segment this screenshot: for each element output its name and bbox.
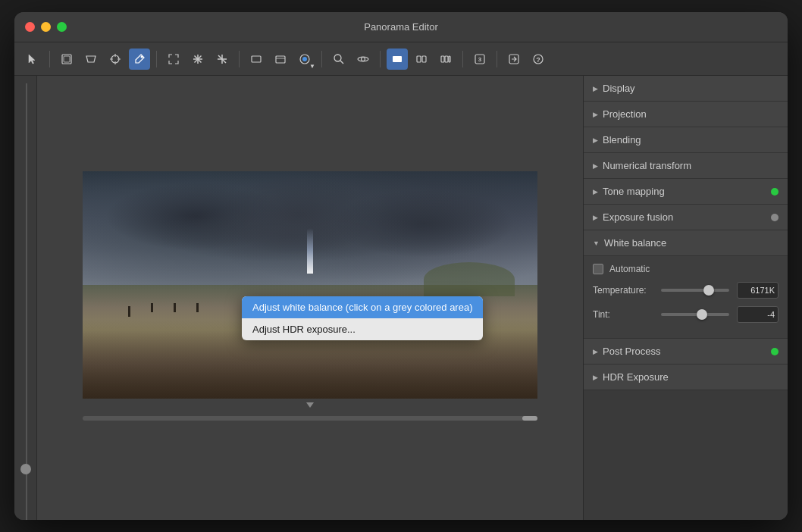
white-balance-body: Automatic Temperature: 6171K Tint: -: [584, 256, 788, 339]
move-tool-button[interactable]: [56, 49, 77, 70]
minimize-button[interactable]: [41, 22, 51, 32]
exposure-fusion-dot: [771, 214, 779, 221]
svg-point-7: [141, 55, 143, 58]
wb-temperature-row: Temperature: 6171K: [593, 282, 779, 299]
section-exposure-fusion[interactable]: ▶ Exposure fusion: [584, 205, 788, 230]
export-tool-button[interactable]: [503, 49, 525, 70]
section-numerical-label: Numerical transform: [603, 160, 779, 171]
panorama-image: [83, 171, 537, 399]
svg-rect-1: [64, 56, 70, 62]
magnify-tool-button[interactable]: [328, 49, 349, 70]
wb-tint-track[interactable]: [661, 313, 729, 316]
perspective-tool-button[interactable]: [80, 49, 102, 70]
section-tone-mapping[interactable]: ▶ Tone mapping: [584, 179, 788, 205]
sep2: [156, 51, 157, 67]
crossplus-tool-button[interactable]: [211, 49, 233, 70]
section-white-balance[interactable]: ▼ White balance: [584, 230, 788, 256]
eyedropper-tool-button[interactable]: [129, 49, 150, 70]
h-scrollbar-thumb[interactable]: [522, 416, 537, 421]
h-scrollbar-track[interactable]: [83, 416, 537, 421]
section-hdr-exposure-label: HDR Exposure: [603, 371, 779, 383]
section-display-arrow: ▶: [593, 85, 598, 92]
section-tone-mapping-arrow: ▶: [593, 188, 598, 196]
svg-rect-25: [422, 56, 426, 62]
context-menu-adjust-wb[interactable]: Adjust white balance (click on a grey co…: [242, 296, 483, 318]
bottom-controls: [83, 399, 537, 425]
wb-tint-row: Tint: -4: [593, 306, 779, 323]
right-panel: ▶ ▶ Display ▶ Projection ▶ Blending ▶ Nu…: [583, 76, 788, 520]
wb-tint-input[interactable]: -4: [737, 306, 779, 323]
book-view-button[interactable]: [435, 49, 456, 70]
sep4: [321, 51, 322, 67]
svg-rect-28: [449, 56, 450, 62]
split-view-button[interactable]: [411, 49, 432, 70]
svg-text:3: 3: [478, 56, 482, 63]
left-strip: [14, 76, 37, 520]
help-tool-button[interactable]: ?: [528, 49, 549, 70]
section-post-process-label: Post Process: [603, 346, 779, 357]
sep5: [380, 51, 381, 67]
svg-text:?: ?: [536, 56, 540, 64]
section-display[interactable]: ▶ Display: [584, 76, 788, 102]
svg-line-21: [340, 61, 343, 64]
main-window: Panorama Editor: [14, 12, 788, 520]
wb-automatic-label: Automatic: [609, 264, 779, 274]
wb-automatic-checkbox[interactable]: [593, 264, 603, 274]
context-menu-adjust-hdr[interactable]: Adjust HDR exposure...: [242, 318, 483, 340]
close-button[interactable]: [25, 22, 35, 32]
svg-point-20: [334, 55, 341, 61]
expand-tool-button[interactable]: [163, 49, 184, 70]
flat-view-button[interactable]: [387, 49, 408, 70]
wb-temperature-track[interactable]: [661, 289, 729, 292]
wb-temperature-input[interactable]: 6171K: [737, 282, 779, 299]
section-white-balance-arrow: ▼: [593, 239, 600, 247]
circle-tool-button[interactable]: ▼: [294, 49, 315, 70]
eye-tool-button[interactable]: [352, 49, 374, 70]
svg-rect-27: [445, 56, 448, 62]
sep6: [462, 51, 463, 67]
canvas-area: Adjust white balance (click on a grey co…: [37, 76, 583, 520]
number-view-button[interactable]: 3: [469, 49, 490, 70]
section-numerical-transform[interactable]: ▶ Numerical transform: [584, 153, 788, 179]
section-blending-arrow: ▶: [593, 136, 598, 144]
section-post-process[interactable]: ▶ Post Process: [584, 339, 788, 365]
section-post-process-arrow: ▶: [593, 348, 598, 355]
rect-tool-button[interactable]: [246, 49, 267, 70]
section-exposure-fusion-label: Exposure fusion: [603, 211, 779, 223]
window-title: Panorama Editor: [364, 21, 438, 33]
cylinder-tool-button[interactable]: [270, 49, 291, 70]
wb-temperature-label: Temperature:: [593, 285, 661, 296]
section-projection[interactable]: ▶ Projection: [584, 102, 788, 127]
section-projection-label: Projection: [603, 108, 779, 120]
sep3: [239, 51, 240, 67]
panel-toggle-button[interactable]: ▶: [583, 82, 584, 99]
section-hdr-exposure[interactable]: ▶ HDR Exposure: [584, 365, 788, 390]
sep7: [497, 51, 497, 67]
select-tool-button[interactable]: [22, 49, 43, 70]
asterisk-tool-button[interactable]: [187, 49, 208, 70]
section-blending-label: Blending: [603, 134, 779, 146]
main-content: Adjust white balance (click on a grey co…: [14, 76, 788, 520]
section-white-balance-label: White balance: [604, 237, 779, 249]
crosshair-tool-button[interactable]: [105, 49, 126, 70]
section-display-label: Display: [603, 83, 779, 94]
traffic-lights: [25, 22, 67, 32]
svg-rect-16: [276, 56, 285, 63]
maximize-button[interactable]: [57, 22, 67, 32]
svg-rect-23: [393, 56, 402, 62]
svg-rect-15: [252, 56, 261, 62]
v-scroll-thumb[interactable]: [20, 464, 31, 474]
section-projection-arrow: ▶: [593, 111, 598, 118]
context-menu: Adjust white balance (click on a grey co…: [242, 296, 483, 340]
section-tone-mapping-label: Tone mapping: [603, 186, 779, 197]
section-hdr-exposure-arrow: ▶: [593, 374, 598, 381]
section-numerical-arrow: ▶: [593, 162, 598, 170]
section-blending[interactable]: ▶ Blending: [584, 127, 788, 153]
section-exposure-fusion-arrow: ▶: [593, 214, 598, 221]
wb-tint-label: Tint:: [593, 309, 661, 320]
wb-tint-thumb[interactable]: [697, 309, 707, 320]
wb-automatic-row: Automatic: [593, 264, 779, 274]
tone-mapping-dot: [771, 188, 779, 196]
sep1: [49, 51, 50, 67]
wb-temperature-thumb[interactable]: [703, 285, 714, 296]
